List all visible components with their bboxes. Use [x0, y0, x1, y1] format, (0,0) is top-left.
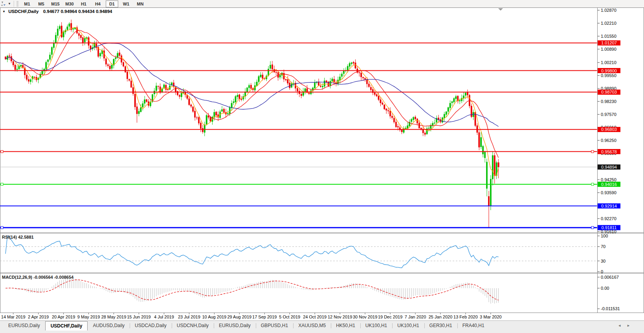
price-axis-label: 0.99550 — [601, 73, 616, 78]
time-axis-label: 13 Feb 2020 — [453, 315, 478, 319]
price-tag-1.01207-label: 1.01207 — [601, 40, 617, 45]
time-axis-label: 9 May 2019 — [77, 315, 100, 319]
price-tag-0.94016-label: 0.94016 — [601, 182, 617, 187]
chart-tab-1-usdchfdaily[interactable]: USDCHF,Daily — [45, 321, 88, 331]
time-axis-label: 15 Jun 2019 — [127, 315, 151, 319]
hline-marker — [591, 183, 594, 186]
chart-tab-4-usdcnhdaily[interactable]: USDCNH,Daily — [172, 322, 214, 329]
timeframe-button-w1[interactable]: W1 — [120, 0, 132, 7]
chart-symbol-label: USDCHF,Daily — [8, 9, 39, 14]
time-axis-label: 29 Aug 2019 — [227, 315, 251, 319]
time-axis-label: 4 Jul 2019 — [154, 315, 174, 319]
timeframe-button-mn[interactable]: MN — [134, 0, 147, 7]
rsi-axis-label: 100 — [601, 234, 608, 238]
macd-axis-label: 0.00 — [601, 286, 609, 291]
price-axis-label: 0.98230 — [601, 99, 616, 104]
price-tag-0.95678-label: 0.95678 — [601, 149, 617, 154]
price-axis-label: 1.00210 — [601, 60, 616, 65]
ma-fast-line — [6, 27, 499, 176]
timeframe-button-m5[interactable]: M5 — [35, 0, 48, 7]
time-axis-label: 2 Apr 2019 — [28, 315, 49, 319]
time-axis-label: 24 Oct 2019 — [303, 315, 327, 319]
price-tag-0.91811-label: 0.91811 — [602, 225, 617, 230]
macd-indicator-label: MACD(12,26,9) -0.006564 -0.008654 — [2, 275, 73, 280]
time-axis-label: 23 Jul 2019 — [178, 315, 200, 319]
current-price-tag-label: 0.94894 — [601, 165, 617, 169]
ma-medium-line — [6, 30, 499, 158]
chart-tab-3-usdcaddaily[interactable]: USDCAD,Daily — [130, 322, 172, 329]
time-axis-label: 3 Mar 2020 — [480, 315, 502, 319]
price-axis: 1.028701.022101.015501.008901.002100.995… — [598, 8, 620, 311]
price-axis-label: 1.00890 — [601, 47, 616, 52]
timeframe-button-m30[interactable]: M30 — [63, 0, 76, 7]
hline-marker — [1, 151, 3, 153]
hline-marker — [1, 226, 3, 229]
macd-axis-label: 0.006167 — [601, 275, 619, 280]
chart-tab-8-hk50h1[interactable]: HK50,H1 — [331, 322, 360, 329]
time-axis-label: 14 Mar 2019 — [1, 315, 26, 319]
chart-tab-11-ger30h1[interactable]: GER30,H1 — [424, 322, 457, 329]
chart-tab-5-eurusddaily[interactable]: EURUSD,Daily — [214, 322, 256, 329]
price-chart-canvas[interactable]: 1.028701.022101.015501.008901.002100.995… — [0, 7, 644, 320]
time-axis-label: 30 Nov 2019 — [353, 315, 377, 319]
chart-tab-10-uk100h1[interactable]: UK100,H1 — [392, 322, 424, 329]
price-axis-label: 0.92270 — [601, 216, 616, 221]
chart-tab-bar: EURUSD,DailyUSDCHF,DailyAUDUSD,DailyUSDC… — [0, 320, 644, 333]
timeframe-button-h4[interactable]: H4 — [92, 0, 104, 7]
macd-histogram — [6, 278, 499, 304]
rsi-line — [6, 236, 499, 268]
price-axis-label: 1.01550 — [601, 34, 616, 39]
price-axis-label: 0.94250 — [601, 177, 616, 182]
tab-scroll-left-icon[interactable]: ◄ — [615, 324, 624, 327]
chart-tab-7-xauusdm5[interactable]: XAUUSD,M5 — [293, 322, 331, 329]
chart-ohlc-values: 0.94677 0.94964 0.94434 0.94894 — [43, 9, 112, 14]
macd-axis-label: -0.011531 — [601, 306, 620, 311]
chart-tool-button[interactable]: ▼ — [0, 0, 13, 7]
price-tag-0.92914-label: 0.92914 — [601, 204, 617, 208]
price-axis-label: 0.93590 — [601, 190, 616, 195]
tab-scroll-right-icon[interactable]: ► — [624, 324, 633, 327]
price-axis-label: 0.96250 — [601, 138, 616, 143]
chart-shift-marker-icon — [498, 8, 503, 11]
price-tag-0.96803-label: 0.96803 — [601, 127, 617, 132]
chart-tab-2-audusddaily[interactable]: AUDUSD,Daily — [88, 322, 130, 329]
time-axis-label: 12 Nov 2019 — [328, 315, 352, 319]
timeframe-button-m15[interactable]: M15 — [49, 0, 62, 7]
toolbar-drag-grip[interactable] — [17, 1, 18, 7]
time-axis-label: 10 Aug 2019 — [202, 315, 226, 319]
rsi-axis-label: 70 — [601, 244, 605, 249]
time-axis-label: 17 Sep 2019 — [252, 315, 277, 319]
time-axis-label: 20 Apr 2019 — [52, 315, 75, 319]
price-axis-label: 1.02870 — [601, 8, 616, 13]
macd-panel — [6, 278, 499, 304]
price-tag-0.98703-label: 0.98703 — [601, 90, 617, 94]
rsi-axis-label: 0 — [601, 269, 603, 274]
collapse-arrow-icon[interactable]: ▼ — [2, 10, 6, 13]
main-price-panel — [0, 20, 597, 229]
rsi-axis-label: 30 — [601, 259, 605, 263]
timeframe-button-m1[interactable]: M1 — [21, 0, 33, 7]
time-axis-label: 28 May 2019 — [101, 315, 127, 319]
chart-tool-icon — [1, 1, 7, 7]
timeframe-toolbar: ▼ M1M5M15M30H1H4D1W1MN — [0, 0, 644, 8]
timeframe-button-d1[interactable]: D1 — [106, 0, 118, 7]
hline-marker — [1, 183, 3, 186]
time-axis: 14 Mar 20192 Apr 201920 Apr 20199 May 20… — [1, 313, 502, 320]
chart-tab-0-eurusddaily[interactable]: EURUSD,Daily — [3, 322, 45, 329]
hline-marker — [591, 226, 594, 229]
chart-tab-6-gbpusdh1[interactable]: GBPUSD,H1 — [256, 322, 293, 329]
time-axis-label: 25 Jan 2020 — [429, 315, 453, 319]
time-axis-label: 5 Oct 2019 — [279, 315, 300, 319]
hline-marker — [591, 151, 594, 153]
macd-signal-line — [6, 280, 499, 300]
rsi-panel — [0, 236, 597, 268]
chart-title: ▼ USDCHF,Daily 0.94677 0.94964 0.94434 0… — [2, 9, 112, 14]
chart-tab-12-fra40h1[interactable]: FRA40,H1 — [457, 322, 490, 329]
time-axis-label: 19 Dec 2019 — [378, 315, 402, 319]
price-tag-0.99800-label: 0.99800 — [601, 68, 617, 73]
chevron-down-icon: ▼ — [8, 2, 11, 6]
ma-slow-line — [6, 43, 499, 127]
candlesticks — [5, 20, 499, 228]
timeframe-button-h1[interactable]: H1 — [77, 0, 90, 7]
chart-tab-9-uk100h1[interactable]: UK100,H1 — [360, 322, 392, 329]
